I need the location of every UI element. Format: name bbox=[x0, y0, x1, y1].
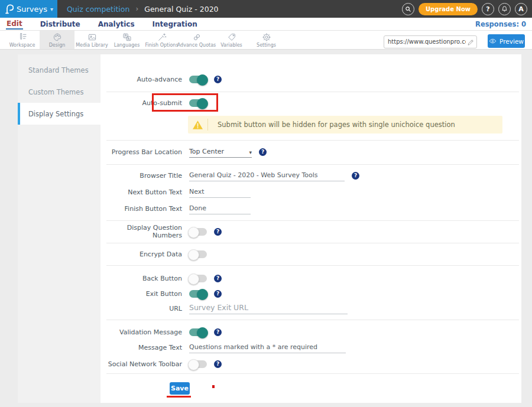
setting-row-display-question-numbers: Display Question Numbers ? bbox=[100, 223, 521, 240]
variables-tag-icon bbox=[227, 32, 236, 42]
setting-row-back-button: Back Button ? bbox=[100, 270, 521, 286]
browser-title-input[interactable] bbox=[189, 171, 345, 179]
exit-url-field bbox=[189, 302, 348, 314]
toolbar-item-advance-quotas[interactable]: Advance Quotas bbox=[179, 31, 214, 49]
auto-advance-toggle[interactable] bbox=[189, 76, 207, 83]
toolbar-item-finish-options[interactable]: Finish Options bbox=[144, 31, 179, 49]
message-text-input[interactable] bbox=[189, 343, 346, 351]
finish-options-wand-icon bbox=[157, 32, 167, 42]
breadcrumb-survey-name: General Quiz - 2020 bbox=[144, 5, 218, 14]
setting-row-next-button-text: Next Button Text bbox=[100, 184, 521, 200]
setting-row-validation-message: Validation Message ? bbox=[100, 324, 521, 340]
chevron-down-icon: ▾ bbox=[50, 6, 53, 12]
survey-url-input[interactable] bbox=[384, 35, 477, 48]
divider bbox=[106, 243, 519, 243]
validation-message-help-icon[interactable]: ? bbox=[214, 328, 222, 336]
setting-row-exit-button: Exit Button ? bbox=[100, 285, 521, 302]
browser-title-label: Browser Title bbox=[100, 172, 182, 180]
progress-bar-help-icon[interactable]: ? bbox=[259, 148, 267, 156]
notifications-button[interactable] bbox=[498, 3, 511, 15]
preview-label: Preview bbox=[499, 38, 524, 45]
tab-analytics[interactable]: Analytics bbox=[98, 19, 135, 29]
preview-button[interactable]: Preview bbox=[488, 34, 525, 48]
workspace-icon bbox=[18, 32, 27, 42]
warning-triangle-icon bbox=[188, 119, 208, 131]
auto-submit-label: Auto-submit bbox=[100, 99, 182, 107]
toolbar-item-workspace[interactable]: Workspace bbox=[5, 31, 40, 49]
toolbar-item-media-library[interactable]: Media Library bbox=[74, 31, 109, 49]
divider bbox=[106, 220, 519, 221]
validation-message-toggle[interactable] bbox=[189, 328, 207, 336]
social-network-toolbar-help-icon[interactable]: ? bbox=[214, 360, 222, 368]
encrypt-data-toggle[interactable] bbox=[189, 250, 207, 258]
encrypt-data-label: Encrypt Data bbox=[100, 250, 182, 258]
next-button-text-input[interactable] bbox=[189, 188, 251, 196]
finish-button-text-input[interactable] bbox=[189, 204, 251, 212]
surveys-menu-label: Surveys bbox=[17, 5, 47, 14]
display-question-numbers-toggle[interactable] bbox=[189, 228, 207, 236]
progress-bar-location-select[interactable]: Top Center ▾ bbox=[189, 146, 252, 158]
exit-button-label: Exit Button bbox=[100, 290, 182, 298]
breadcrumb-folder[interactable]: Quiz competition bbox=[67, 5, 129, 14]
sidebar-item-standard-themes[interactable]: Standard Themes bbox=[18, 59, 100, 81]
browser-title-help-icon[interactable]: ? bbox=[352, 172, 359, 180]
setting-row-social-network-toolbar: Social Network Toolbar ? bbox=[100, 356, 521, 372]
account-avatar[interactable]: A bbox=[515, 3, 527, 15]
social-network-toolbar-label: Social Network Toolbar bbox=[100, 360, 182, 368]
save-button[interactable]: Save bbox=[170, 382, 190, 395]
edit-url-button[interactable] bbox=[467, 37, 475, 45]
breadcrumb: Quiz competition › General Quiz - 2020 bbox=[67, 5, 219, 14]
eye-icon bbox=[489, 38, 497, 44]
social-network-toolbar-toggle[interactable] bbox=[189, 360, 207, 368]
design-settings-card: Standard Themes Custom Themes Display Se… bbox=[18, 54, 521, 403]
media-library-icon bbox=[87, 32, 97, 42]
questionpro-logo-icon bbox=[4, 4, 14, 14]
toolbar-item-languages[interactable]: Languages bbox=[109, 31, 144, 49]
next-button-text-label: Next Button Text bbox=[100, 188, 182, 196]
back-button-toggle[interactable] bbox=[189, 275, 207, 282]
exit-url-input[interactable] bbox=[189, 304, 348, 312]
tab-edit[interactable]: Edit bbox=[6, 18, 23, 30]
divider bbox=[106, 265, 519, 266]
divider bbox=[106, 140, 519, 141]
responses-count[interactable]: Responses: 0 bbox=[475, 20, 526, 28]
design-palette-icon bbox=[53, 32, 62, 42]
divider bbox=[106, 320, 519, 320]
setting-row-browser-title: Browser Title ? bbox=[100, 167, 521, 184]
sidebar-item-custom-themes[interactable]: Custom Themes bbox=[18, 81, 100, 103]
questionpro-display-settings-page: Surveys ▾ Quiz competition › General Qui… bbox=[0, 0, 532, 407]
back-button-help-icon[interactable]: ? bbox=[214, 275, 222, 282]
surveys-product-menu[interactable]: Surveys ▾ bbox=[0, 0, 57, 18]
browser-title-field bbox=[189, 170, 345, 181]
top-bar: Surveys ▾ Quiz competition › General Qui… bbox=[0, 0, 532, 18]
divider bbox=[106, 164, 519, 165]
back-button-label: Back Button bbox=[100, 275, 182, 282]
tab-integration[interactable]: Integration bbox=[152, 19, 198, 29]
finish-button-text-label: Finish Button Text bbox=[100, 205, 182, 213]
survey-url-field-wrap bbox=[384, 35, 477, 48]
settings-gear-icon bbox=[262, 32, 271, 42]
auto-advance-help-icon[interactable]: ? bbox=[214, 76, 222, 83]
auto-submit-warning: Submit button will be hidden for pages w… bbox=[188, 116, 502, 134]
exit-button-toggle[interactable] bbox=[189, 290, 207, 298]
help-button[interactable]: ? bbox=[482, 3, 494, 15]
message-text-label: Message Text bbox=[100, 344, 182, 351]
progress-bar-location-value: Top Center bbox=[189, 148, 224, 155]
languages-icon bbox=[122, 32, 132, 42]
sidebar-item-display-settings[interactable]: Display Settings bbox=[18, 103, 100, 125]
toolbar-item-settings[interactable]: Settings bbox=[249, 31, 284, 49]
search-icon bbox=[405, 6, 411, 12]
upgrade-now-button[interactable]: Upgrade Now bbox=[419, 3, 478, 15]
finish-button-text-field bbox=[189, 203, 251, 214]
auto-submit-toggle[interactable] bbox=[189, 99, 207, 107]
search-button[interactable] bbox=[402, 3, 414, 15]
display-question-numbers-help-icon[interactable]: ? bbox=[214, 228, 222, 236]
divider bbox=[106, 92, 519, 92]
tab-distribute[interactable]: Distribute bbox=[40, 19, 81, 29]
next-button-text-field bbox=[189, 186, 251, 198]
exit-button-help-icon[interactable]: ? bbox=[214, 290, 222, 298]
toolbar-item-variables[interactable]: Variables bbox=[214, 31, 249, 49]
survey-nav-tabs: Edit Distribute Analytics Integration Re… bbox=[0, 18, 532, 31]
setting-row-auto-advance: Auto-advance ? bbox=[100, 71, 521, 87]
toolbar-item-design[interactable]: Design bbox=[40, 31, 74, 49]
